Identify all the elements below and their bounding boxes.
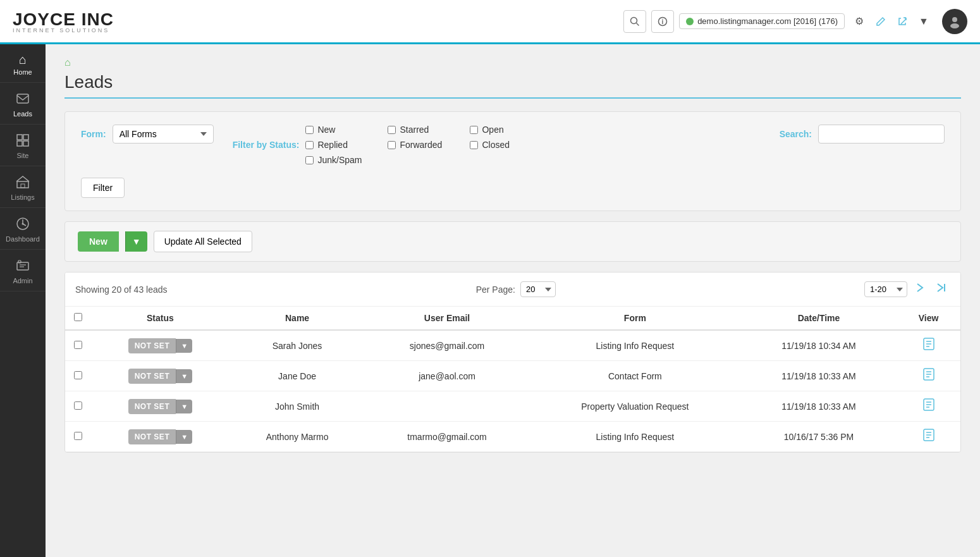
status-dropdown[interactable]: ▼ (176, 430, 192, 444)
per-page-select[interactable]: 10 20 50 100 (520, 281, 556, 297)
sidebar-item-site[interactable]: Site (0, 125, 46, 166)
status-button[interactable]: NOT SET (128, 369, 176, 384)
status-starred-text: Starred (400, 125, 429, 135)
dropdown-arrow[interactable]: ▼ (914, 12, 933, 31)
view-icon[interactable] (922, 431, 936, 444)
table-row: NOT SET ▼ John Smith Property Valuation … (65, 391, 960, 422)
status-closed-label[interactable]: Closed (470, 140, 533, 150)
table-row: NOT SET ▼ Jane Doe jane@aol.com Contact … (65, 361, 960, 391)
top-bar: JOYCE INC INTERNET SOLUTIONS i demo.list… (0, 0, 980, 44)
status-new-label[interactable]: New (305, 125, 369, 135)
next-page-button[interactable] (911, 280, 929, 298)
avatar[interactable] (942, 9, 967, 34)
per-page-group: Per Page: 10 20 50 100 (476, 281, 556, 297)
search-input[interactable] (818, 125, 945, 144)
row-email (365, 391, 529, 422)
sidebar-item-listings[interactable]: Listings (0, 166, 46, 208)
svg-rect-17 (17, 262, 28, 270)
site-badge: demo.listingmanager.com [2016] (176) (679, 13, 845, 29)
status-dropdown[interactable]: ▼ (176, 369, 192, 383)
table-row: NOT SET ▼ Sarah Jones sjones@gmail.com L… (65, 330, 960, 361)
row-checkbox[interactable] (74, 371, 82, 379)
filter-button[interactable]: Filter (81, 178, 125, 198)
filter-panel: Form: All Forms Contact Form Listing Inf… (64, 111, 961, 211)
status-starred-checkbox[interactable] (388, 126, 396, 134)
sidebar-label-site: Site (17, 152, 29, 159)
status-dropdown[interactable]: ▼ (176, 400, 192, 413)
sidebar-label-leads: Leads (13, 110, 32, 118)
form-select[interactable]: All Forms Contact Form Listing Info Requ… (113, 125, 214, 144)
status-forwarded-checkbox[interactable] (388, 141, 396, 149)
svg-rect-12 (21, 184, 25, 188)
svg-point-0 (631, 17, 637, 23)
select-all-checkbox[interactable] (74, 313, 82, 321)
row-checkbox[interactable] (74, 401, 82, 410)
status-dot (686, 18, 694, 25)
settings-icon-btn[interactable]: ⚙ (850, 12, 869, 31)
status-open-text: Open (482, 125, 503, 135)
row-datetime: 10/16/17 5:36 PM (741, 422, 897, 452)
sidebar-item-leads[interactable]: Leads (0, 83, 46, 125)
status-dropdown[interactable]: ▼ (176, 339, 192, 353)
status-row-2: Replied Forwarded Closed (305, 140, 533, 150)
status-button[interactable]: NOT SET (128, 399, 176, 414)
edit-icon-btn[interactable] (871, 12, 890, 31)
row-view (897, 391, 960, 422)
main-layout: ⌂ Home Leads Site (0, 44, 980, 557)
row-email: tmarmo@gmail.com (365, 422, 529, 452)
status-starred-label[interactable]: Starred (388, 125, 451, 135)
view-icon[interactable] (922, 370, 936, 384)
row-form: Listing Info Request (529, 330, 741, 361)
status-checkboxes: New Starred Open (305, 125, 533, 165)
sidebar-item-home[interactable]: ⌂ Home (0, 44, 46, 83)
status-new-text: New (317, 125, 335, 135)
status-button[interactable]: NOT SET (128, 429, 176, 444)
status-row-1: New Starred Open (305, 125, 533, 135)
update-all-button[interactable]: Update All Selected (154, 231, 252, 252)
svg-text:i: i (662, 18, 664, 25)
status-open-label[interactable]: Open (470, 125, 533, 135)
logo-joyce: JOYCE INC (13, 9, 114, 29)
leads-table-container: Showing 20 of 43 leads Per Page: 10 20 5… (64, 272, 961, 453)
row-view (897, 330, 960, 361)
status-replied-checkbox[interactable] (305, 141, 314, 149)
sidebar-item-dashboard[interactable]: Dashboard (0, 208, 46, 250)
row-datetime: 11/19/18 10:34 AM (741, 330, 897, 361)
breadcrumb-home-icon[interactable]: ⌂ (64, 57, 71, 68)
top-bar-right: i demo.listingmanager.com [2016] (176) ⚙… (623, 9, 967, 34)
status-junkspam-checkbox[interactable] (305, 156, 314, 164)
row-email: jane@aol.com (365, 361, 529, 391)
leads-icon (16, 92, 30, 107)
status-replied-label[interactable]: Replied (305, 140, 369, 150)
status-button[interactable]: NOT SET (128, 338, 176, 353)
row-checkbox[interactable] (74, 432, 82, 440)
view-icon[interactable] (922, 340, 936, 353)
sidebar-item-admin[interactable]: Admin (0, 250, 46, 291)
table-header-row: Status Name User Email Form Date/Time Vi… (65, 307, 960, 330)
logo-subtitle: INTERNET SOLUTIONS (13, 27, 114, 34)
status-open-checkbox[interactable] (470, 126, 478, 134)
svg-point-5 (950, 23, 959, 28)
info-icon-btn[interactable]: i (651, 10, 674, 33)
status-junkspam-label[interactable]: Junk/Spam (305, 155, 369, 165)
leads-table: Status Name User Email Form Date/Time Vi… (65, 307, 960, 452)
status-cell: NOT SET ▼ (100, 338, 221, 353)
row-checkbox[interactable] (74, 341, 82, 349)
new-dropdown-arrow[interactable]: ▼ (125, 231, 147, 252)
last-page-button[interactable] (933, 280, 950, 298)
sidebar-label-listings: Listings (11, 193, 34, 201)
row-checkbox-cell (65, 391, 91, 422)
row-view (897, 422, 960, 452)
view-icon[interactable] (922, 400, 936, 414)
status-closed-checkbox[interactable] (470, 141, 478, 149)
status-forwarded-label[interactable]: Forwarded (388, 140, 451, 150)
svg-line-1 (637, 23, 639, 25)
page-range-select[interactable]: 1-20 21-40 41-43 (864, 281, 907, 297)
search-icon-btn[interactable] (623, 10, 646, 33)
new-button[interactable]: New (78, 231, 119, 252)
status-new-checkbox[interactable] (305, 126, 314, 134)
site-url: demo.listingmanager.com [2016] (176) (697, 16, 838, 26)
search-icon (630, 16, 640, 27)
search-label: Search: (780, 129, 812, 139)
share-icon-btn[interactable] (893, 12, 912, 31)
